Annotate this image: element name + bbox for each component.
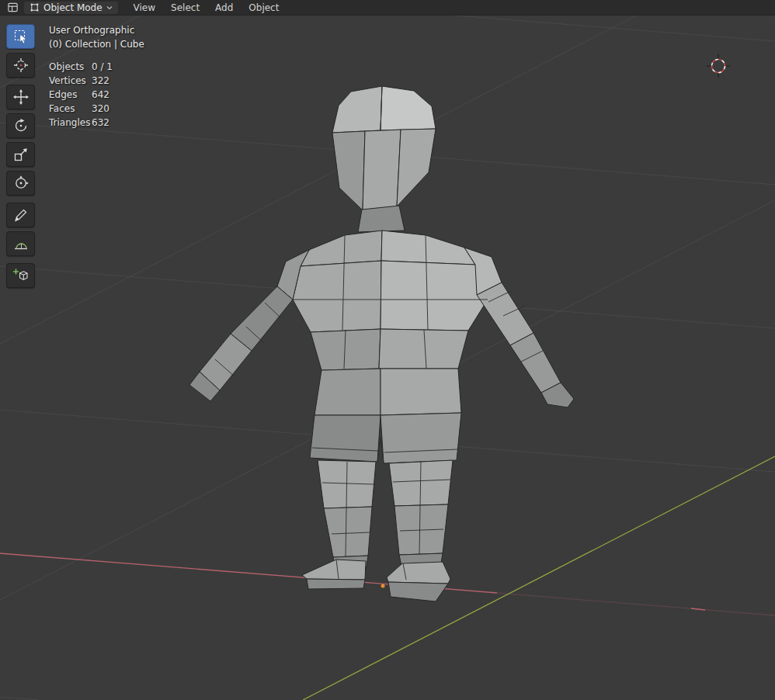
tool-measure-button[interactable] bbox=[6, 231, 35, 256]
scene-statistics: Objects 0 / 1 Vertices 322 Edges 642 Fac… bbox=[49, 60, 144, 130]
stat-triangles: Triangles 632 bbox=[49, 116, 144, 130]
mode-dropdown[interactable]: Object Mode bbox=[24, 2, 118, 14]
menu-object[interactable]: Object bbox=[241, 0, 287, 16]
collection-label: (0) Collection | Cube bbox=[49, 37, 144, 51]
3d-cursor bbox=[707, 54, 730, 78]
viewport-overlay: User Orthographic (0) Collection | Cube … bbox=[49, 23, 144, 130]
tool-annotate-button[interactable] bbox=[6, 203, 35, 227]
tool-select-box-button[interactable] bbox=[6, 24, 35, 49]
stat-vertices: Vertices 322 bbox=[49, 74, 144, 88]
scale-icon bbox=[12, 146, 30, 163]
measure-protractor-icon bbox=[12, 235, 30, 252]
menu-view[interactable]: View bbox=[126, 0, 163, 16]
stat-edges: Edges 642 bbox=[49, 88, 144, 102]
select-box-icon bbox=[12, 28, 30, 45]
tool-add-cube-button[interactable] bbox=[6, 263, 35, 288]
object-origin-dot bbox=[381, 584, 385, 588]
transform-icon bbox=[12, 175, 30, 192]
tool-scale-button[interactable] bbox=[6, 142, 35, 167]
chevron-down-icon bbox=[106, 5, 113, 10]
y-axis-line bbox=[303, 456, 775, 700]
tool-cursor-button[interactable] bbox=[6, 53, 35, 78]
move-icon bbox=[12, 88, 30, 106]
object-mode-icon bbox=[30, 2, 40, 12]
mode-dropdown-label: Object Mode bbox=[43, 2, 103, 14]
tool-move-button[interactable] bbox=[6, 85, 35, 109]
editor-type-button[interactable] bbox=[3, 1, 23, 15]
editor-type-icon bbox=[7, 2, 19, 13]
tool-transform-button[interactable] bbox=[6, 171, 35, 196]
stat-faces: Faces 320 bbox=[49, 102, 144, 116]
add-cube-icon bbox=[12, 267, 30, 284]
viewport-header-bar: Object Mode View Select Add Object bbox=[0, 0, 775, 16]
annotate-pencil-icon bbox=[12, 206, 30, 224]
tool-shelf bbox=[6, 24, 35, 292]
menu-select[interactable]: Select bbox=[163, 0, 207, 16]
x-axis-line-faded bbox=[497, 593, 775, 615]
character-model[interactable] bbox=[189, 86, 574, 601]
rotate-icon bbox=[12, 117, 30, 134]
stat-objects: Objects 0 / 1 bbox=[49, 60, 144, 74]
view-label: User Orthographic bbox=[49, 23, 144, 37]
cursor-icon bbox=[12, 57, 30, 74]
menu-add[interactable]: Add bbox=[207, 0, 241, 16]
tool-rotate-button[interactable] bbox=[6, 113, 35, 138]
